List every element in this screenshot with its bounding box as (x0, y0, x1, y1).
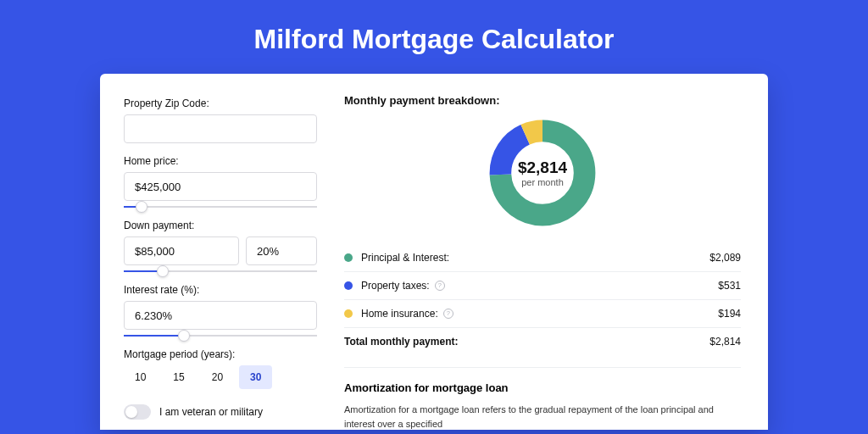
legend-label: Home insurance:? (361, 308, 718, 320)
slider-thumb[interactable] (136, 201, 147, 213)
down-payment-pct-input[interactable] (246, 236, 317, 265)
legend-amount: $194 (718, 308, 741, 320)
amort-text: Amortization for a mortgage loan refers … (344, 403, 741, 430)
total-label: Total monthly payment: (344, 336, 709, 348)
legend-row: Principal & Interest:$2,089 (344, 244, 741, 271)
donut-sub: per month (521, 177, 564, 187)
period-option-20[interactable]: 20 (201, 365, 234, 389)
period-field: Mortgage period (years): 10152030 (124, 348, 317, 389)
veteran-row: I am veteran or military (124, 404, 317, 420)
zip-label: Property Zip Code: (124, 97, 317, 109)
amortization-section: Amortization for mortgage loan Amortizat… (344, 367, 741, 430)
legend-amount: $2,089 (709, 252, 741, 264)
down-payment-label: Down payment: (124, 220, 317, 231)
home-price-input[interactable] (124, 172, 317, 201)
slider-thumb[interactable] (157, 265, 169, 277)
rate-field: Interest rate (%): (124, 284, 317, 337)
slider-thumb[interactable] (178, 330, 190, 342)
period-option-15[interactable]: 15 (162, 365, 195, 389)
rate-label: Interest rate (%): (124, 284, 317, 296)
total-amount: $2,814 (709, 336, 741, 348)
down-payment-input[interactable] (124, 236, 239, 265)
veteran-label: I am veteran or military (159, 406, 263, 418)
swatch (344, 309, 353, 318)
legend: Principal & Interest:$2,089Property taxe… (344, 244, 741, 327)
legend-label: Principal & Interest: (361, 252, 709, 264)
calculator-card: Property Zip Code: Home price: Down paym… (100, 74, 768, 430)
rate-input[interactable] (124, 301, 317, 330)
total-row: Total monthly payment: $2,814 (344, 327, 741, 355)
donut-chart: $2,814 per month (344, 119, 741, 227)
period-options: 10152030 (124, 365, 317, 389)
breakdown-title: Monthly payment breakdown: (344, 94, 741, 107)
down-payment-slider[interactable] (124, 270, 317, 272)
rate-slider[interactable] (124, 335, 317, 337)
period-option-10[interactable]: 10 (124, 365, 157, 389)
down-payment-field: Down payment: (124, 220, 317, 272)
home-price-field: Home price: (124, 155, 317, 208)
period-label: Mortgage period (years): (124, 348, 317, 360)
legend-row: Home insurance:?$194 (344, 299, 741, 327)
swatch (344, 253, 353, 262)
amort-title: Amortization for mortgage loan (344, 381, 741, 394)
page-title: Milford Mortgage Calculator (0, 0, 868, 74)
donut-value: $2,814 (518, 159, 567, 177)
veteran-toggle[interactable] (124, 404, 151, 420)
legend-amount: $531 (718, 280, 741, 292)
help-icon[interactable]: ? (443, 309, 453, 319)
input-column: Property Zip Code: Home price: Down paym… (100, 74, 337, 430)
zip-input[interactable] (124, 114, 317, 143)
zip-field: Property Zip Code: (124, 97, 317, 143)
help-icon[interactable]: ? (435, 281, 445, 291)
home-price-label: Home price: (124, 155, 317, 167)
period-option-30[interactable]: 30 (239, 365, 272, 389)
swatch (344, 281, 353, 290)
home-price-slider[interactable] (124, 206, 317, 208)
legend-label: Property taxes:? (361, 280, 718, 292)
breakdown-column: Monthly payment breakdown: $2,814 per mo… (337, 74, 768, 430)
legend-row: Property taxes:?$531 (344, 271, 741, 299)
